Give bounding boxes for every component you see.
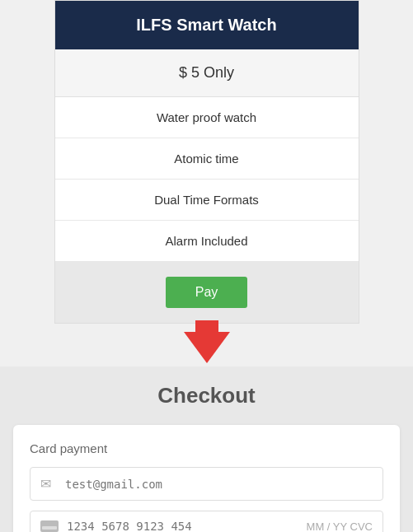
product-card: ILFS Smart Watch $ 5 Only Water proof wa… xyxy=(54,0,359,324)
form-label: Card payment xyxy=(30,441,383,455)
pay-button[interactable]: Pay xyxy=(166,277,248,308)
feature-1: Water proof watch xyxy=(55,97,359,138)
card-number-input[interactable] xyxy=(67,520,307,532)
card-icon xyxy=(40,520,59,532)
card-row: MM / YY CVC xyxy=(30,511,383,532)
down-arrow-icon xyxy=(184,332,230,363)
feature-4: Alarm Included xyxy=(55,221,359,262)
checkout-title: Checkout xyxy=(0,383,413,408)
pay-section: Pay xyxy=(55,262,359,323)
product-title: ILFS Smart Watch xyxy=(55,1,359,49)
product-price: $ 5 Only xyxy=(55,49,359,97)
feature-2: Atomic time xyxy=(55,138,359,180)
page-wrapper: ILFS Smart Watch $ 5 Only Water proof wa… xyxy=(0,0,413,532)
checkout-section: Checkout Card payment ✉ MM / YY CVC PAY … xyxy=(0,366,413,532)
email-row: ✉ xyxy=(30,467,383,501)
email-input[interactable] xyxy=(65,478,373,491)
card-hints: MM / YY CVC xyxy=(307,520,373,533)
email-icon: ✉ xyxy=(40,476,57,492)
checkout-form: Card payment ✉ MM / YY CVC PAY or go bac… xyxy=(13,425,400,532)
feature-3: Dual Time Formats xyxy=(55,180,359,221)
arrow-section xyxy=(0,324,413,366)
